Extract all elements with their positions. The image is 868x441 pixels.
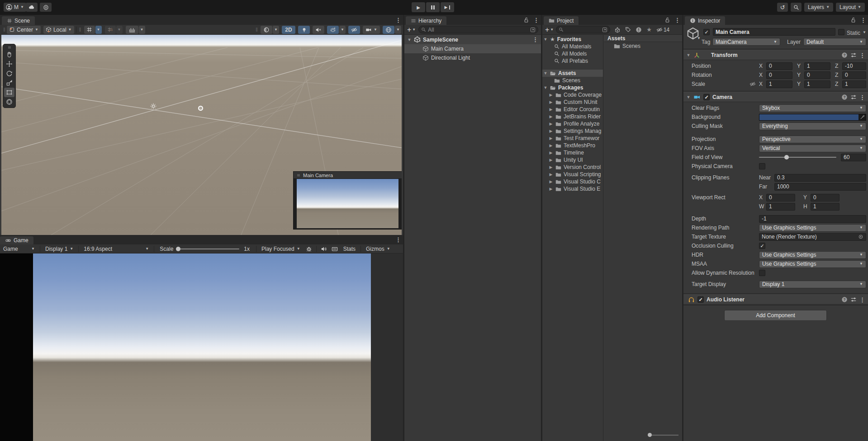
foldout-icon[interactable]: ▼: [407, 38, 412, 42]
presets-icon[interactable]: [850, 296, 857, 303]
transform-tool-button[interactable]: [4, 97, 14, 107]
snap-increment-button[interactable]: [126, 26, 138, 34]
background-color-swatch[interactable]: [759, 114, 866, 121]
presets-icon[interactable]: [850, 52, 857, 58]
foldout-icon[interactable]: ▼: [686, 95, 691, 99]
game-scale-slider[interactable]: [176, 245, 239, 253]
shading-mode-dropdown[interactable]: ▼: [273, 26, 279, 34]
tool-pivot-dropdown[interactable]: Center▼: [7, 26, 41, 34]
grid-snapping-button[interactable]: [105, 26, 116, 34]
package-item[interactable]: ▶Custom NUnit: [542, 99, 603, 106]
tag-dropdown[interactable]: MainCamera▼: [712, 38, 780, 46]
scene-audio-toggle[interactable]: [313, 26, 324, 34]
inspector-menu-icon[interactable]: ⋮: [860, 17, 866, 23]
favorites-root[interactable]: ▼★ Favorites: [542, 36, 603, 43]
tab-scene[interactable]: Scene: [2, 16, 35, 25]
package-item[interactable]: ▶Visual Scripting: [542, 171, 603, 178]
physical-camera-checkbox[interactable]: [759, 163, 765, 169]
hierarchy-search-input[interactable]: All: [418, 26, 538, 33]
scene-camera-dropdown[interactable]: ▼: [363, 26, 380, 34]
hierarchy-item-directional-light[interactable]: Directional Light: [404, 53, 541, 62]
tool-orientation-dropdown[interactable]: Local▼: [43, 26, 74, 34]
assets-child-scenes[interactable]: Scenes: [542, 77, 603, 84]
view-tool-button[interactable]: [4, 50, 14, 59]
help-icon[interactable]: [841, 94, 848, 100]
near-field[interactable]: 0.3: [774, 174, 866, 182]
aspect-ratio-dropdown[interactable]: 16:9 Aspect▼: [81, 244, 152, 253]
add-component-button[interactable]: Add Component: [724, 310, 827, 321]
preferences-button[interactable]: [40, 3, 52, 12]
stats-toggle-button[interactable]: Stats: [340, 244, 359, 253]
position-x-field[interactable]: 0: [766, 62, 792, 70]
help-icon[interactable]: [841, 296, 848, 303]
camera-header[interactable]: ▼ ✓ Camera ⋮: [683, 92, 868, 102]
cloud-services-button[interactable]: [26, 3, 38, 12]
gizmos-dropdown-game[interactable]: Gizmos▼: [363, 244, 394, 253]
layout-dropdown[interactable]: Layout▼: [836, 3, 865, 12]
component-enabled-checkbox[interactable]: ✓: [703, 94, 710, 100]
snap-increment-dropdown[interactable]: ▼: [139, 26, 145, 34]
drag-handle[interactable]: ‖: [3, 27, 5, 33]
packages-root[interactable]: ▼ Packages: [542, 84, 603, 91]
culling-mask-dropdown[interactable]: Everything▼: [759, 122, 866, 130]
viewport-y-field[interactable]: 0: [811, 194, 840, 202]
lock-open-icon[interactable]: [664, 17, 670, 23]
package-item[interactable]: ▶Visual Studio C: [542, 178, 603, 185]
favorite-item[interactable]: All Prefabs: [542, 57, 603, 65]
package-item[interactable]: ▶Timeline: [542, 149, 603, 156]
link-scale-icon[interactable]: [749, 81, 756, 87]
package-item[interactable]: ▶Visual Studio E: [542, 185, 603, 192]
favorite-item[interactable]: All Models: [542, 50, 603, 57]
project-zoom-slider[interactable]: [648, 433, 678, 437]
rect-tool-button[interactable]: [4, 88, 14, 97]
clear-flags-dropdown[interactable]: Skybox▼: [759, 104, 866, 112]
scene-viewport[interactable]: Main Camera: [1, 35, 402, 235]
package-item[interactable]: ▶Code Coverage: [542, 91, 603, 99]
tools-drag-handle[interactable]: [4, 45, 14, 50]
step-button[interactable]: ▶: [441, 2, 454, 12]
viewport-w-field[interactable]: 1: [766, 203, 795, 211]
component-enabled-checkbox[interactable]: ✓: [697, 296, 704, 303]
scale-tool-button[interactable]: [4, 78, 14, 88]
search-by-type-icon[interactable]: [614, 27, 621, 33]
create-asset-dropdown[interactable]: +▼: [545, 26, 554, 33]
move-tool-button[interactable]: [4, 59, 14, 69]
favorite-search-icon[interactable]: ★: [646, 26, 652, 33]
hierarchy-item-main-camera[interactable]: Main Camera: [404, 44, 541, 53]
hierarchy-scene-row[interactable]: ▼ SampleScene ⋮: [404, 35, 541, 44]
directional-light-gizmo[interactable]: [150, 103, 157, 110]
tab-hierarchy[interactable]: Hierarchy: [406, 16, 446, 25]
undo-history-button[interactable]: ↺: [777, 3, 788, 12]
tab-inspector[interactable]: Inspector: [685, 16, 725, 25]
rendering-path-dropdown[interactable]: Use Graphics Settings▼: [759, 224, 866, 232]
game-view-mode-dropdown[interactable]: Game▼: [0, 244, 38, 253]
search-by-label-icon[interactable]: [625, 27, 631, 33]
scale-z-field[interactable]: 1: [842, 80, 866, 88]
layers-dropdown[interactable]: Layers▼: [804, 3, 833, 12]
component-menu-icon[interactable]: ⋮: [859, 94, 865, 101]
msaa-dropdown[interactable]: Use Graphics Settings▼: [759, 260, 866, 268]
target-texture-field[interactable]: None (Render Texture): [759, 233, 866, 241]
static-dropdown-caret[interactable]: ▼: [863, 31, 866, 34]
assets-root[interactable]: ▼ Assets: [542, 70, 603, 77]
game-viewport[interactable]: [0, 253, 403, 441]
fov-axis-dropdown[interactable]: Vertical▼: [759, 145, 866, 152]
play-button[interactable]: ▶: [412, 2, 425, 12]
fov-field[interactable]: 60: [841, 154, 866, 161]
fov-slider[interactable]: [759, 154, 836, 161]
package-item[interactable]: ▶JetBrains Rider: [542, 113, 603, 120]
object-picker-icon[interactable]: [858, 234, 863, 239]
create-object-dropdown[interactable]: +▼: [407, 26, 416, 33]
occlusion-culling-checkbox[interactable]: ✓: [759, 243, 765, 249]
scene-visibility-toggle[interactable]: [348, 26, 360, 34]
dynamic-resolution-checkbox[interactable]: [759, 270, 765, 276]
display-dropdown[interactable]: Display 1▼: [42, 244, 76, 253]
package-item[interactable]: ▶TextMeshPro: [542, 142, 603, 149]
eyedropper-icon[interactable]: [860, 115, 865, 120]
effects-dropdown[interactable]: ▼: [339, 26, 346, 34]
position-y-field[interactable]: 1: [804, 62, 830, 70]
transform-header[interactable]: ▼ Transform ⋮: [683, 50, 868, 60]
scene-row-menu-icon[interactable]: ⋮: [532, 36, 538, 43]
help-icon[interactable]: [841, 52, 848, 58]
package-item[interactable]: ▶Profile Analyze: [542, 120, 603, 127]
